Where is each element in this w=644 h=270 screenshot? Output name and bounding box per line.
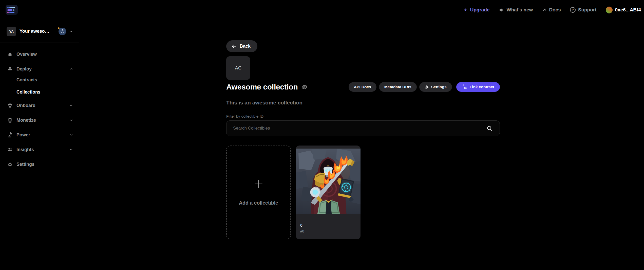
megaphone-icon xyxy=(499,7,504,13)
docs-link[interactable]: Docs xyxy=(542,7,561,13)
sidebar-item-power[interactable]: Power xyxy=(0,130,79,139)
search-field-wrap xyxy=(226,120,500,136)
add-collectible-card[interactable]: Add a collectible xyxy=(226,146,291,239)
sidebar-item-label: Deploy xyxy=(16,66,69,72)
parachute-icon xyxy=(7,103,13,108)
wallet-address: 0xe6...ABf4 xyxy=(615,7,641,13)
sidebar-item-collections[interactable]: Collections xyxy=(0,88,79,96)
add-collectible-label: Add a collectible xyxy=(239,200,278,206)
nft-name: 0 xyxy=(300,223,356,228)
sidebar-item-label: Overview xyxy=(16,52,73,57)
settings-label: Settings xyxy=(431,85,447,89)
api-docs-button[interactable]: API Docs xyxy=(349,82,376,92)
sidebar-item-label: Contracts xyxy=(16,77,37,83)
notification-dot xyxy=(58,27,60,29)
sidebar-item-label: Insights xyxy=(16,147,69,152)
back-label: Back xyxy=(240,44,251,49)
arrow-up-right-icon xyxy=(542,8,546,12)
gavel-icon xyxy=(7,132,13,138)
top-navbar: Upgrade What's new Docs ? Support xyxy=(0,0,644,20)
sidebar-item-monetize[interactable]: Monetize xyxy=(0,116,79,125)
metadata-uris-label: Metadata URIs xyxy=(384,85,411,89)
upgrade-button[interactable]: Upgrade xyxy=(463,7,489,13)
link-contract-button[interactable]: Link contract xyxy=(456,82,500,92)
sidebar-item-label: Monetize xyxy=(16,118,69,123)
wallet-menu[interactable]: 0xe6...ABf4 xyxy=(606,7,641,13)
metadata-uris-button[interactable]: Metadata URIs xyxy=(379,82,417,92)
settings-button[interactable]: Settings xyxy=(419,82,452,92)
sidebar-item-deploy[interactable]: Deploy xyxy=(0,64,79,74)
app-logo-icon[interactable] xyxy=(6,5,18,15)
sidebar: YA Your aweso… Overview xyxy=(0,20,79,270)
search-input[interactable] xyxy=(226,120,500,136)
whats-new-label: What's new xyxy=(507,7,533,13)
wallet-avatar xyxy=(606,7,613,13)
collection-actions: API Docs Metadata URIs Settings xyxy=(349,82,500,92)
coins-icon xyxy=(7,118,13,123)
page-title: Awesome collection xyxy=(226,83,298,91)
sidebar-item-label: Onboard xyxy=(16,103,69,108)
workspace-avatar: YA xyxy=(7,27,16,36)
home-icon xyxy=(7,52,13,57)
chevron-down-icon xyxy=(69,133,73,137)
network-badge-icon xyxy=(59,28,66,35)
back-button[interactable]: Back xyxy=(226,40,257,52)
arrow-left-icon xyxy=(231,44,237,49)
gear-icon xyxy=(425,85,429,89)
sidebar-nav: Overview Deploy xyxy=(0,43,79,169)
filter-label: Filter by collectible ID xyxy=(226,114,500,119)
sidebar-item-insights[interactable]: Insights xyxy=(0,145,79,154)
lightning-icon xyxy=(463,7,467,13)
question-circle-icon: ? xyxy=(570,7,576,13)
main-panel: Back AC Awesome collection API Docs Meta… xyxy=(79,20,644,270)
workspace-name: Your aweso… xyxy=(20,29,56,34)
workspace-switcher[interactable]: YA Your aweso… xyxy=(0,20,79,43)
support-button[interactable]: ? Support xyxy=(570,7,597,13)
chevron-down-icon xyxy=(69,118,73,122)
deploy-icon xyxy=(7,66,13,72)
sidebar-item-overview[interactable]: Overview xyxy=(0,50,79,59)
chevron-down-icon xyxy=(69,148,73,152)
collection-description: This is an awesome collection xyxy=(226,100,500,106)
sidebar-item-label: Power xyxy=(16,132,69,138)
sidebar-item-onboard[interactable]: Onboard xyxy=(0,101,79,110)
upgrade-label: Upgrade xyxy=(470,7,489,13)
eye-off-icon xyxy=(301,84,308,90)
chevron-down-icon xyxy=(69,103,73,107)
sidebar-item-settings[interactable]: Settings xyxy=(0,160,79,169)
users-icon xyxy=(7,147,13,152)
api-docs-label: API Docs xyxy=(354,85,371,89)
docs-label: Docs xyxy=(549,7,561,13)
link-contract-label: Link contract xyxy=(470,85,494,89)
link-contract-icon xyxy=(462,84,467,90)
plus-icon xyxy=(254,179,263,189)
collection-avatar: AC xyxy=(226,56,250,80)
nft-token-id: #0 xyxy=(300,229,356,233)
whats-new-button[interactable]: What's new xyxy=(499,7,533,13)
support-label: Support xyxy=(578,7,597,13)
collectibles-grid: Add a collectible xyxy=(226,146,500,239)
nft-image xyxy=(296,149,361,214)
search-icon[interactable] xyxy=(486,125,493,132)
sidebar-item-label: Settings xyxy=(16,162,73,167)
chevron-up-icon xyxy=(69,67,73,71)
gear-icon xyxy=(7,162,13,167)
chevron-down-icon xyxy=(69,29,73,33)
sidebar-item-contracts[interactable]: Contracts xyxy=(0,76,79,84)
nft-meta: 0 #0 xyxy=(296,214,361,233)
sidebar-item-label: Collections xyxy=(16,89,40,95)
collectible-card[interactable]: 0 #0 xyxy=(296,146,361,239)
app-screen: Upgrade What's new Docs ? Support xyxy=(0,0,644,270)
